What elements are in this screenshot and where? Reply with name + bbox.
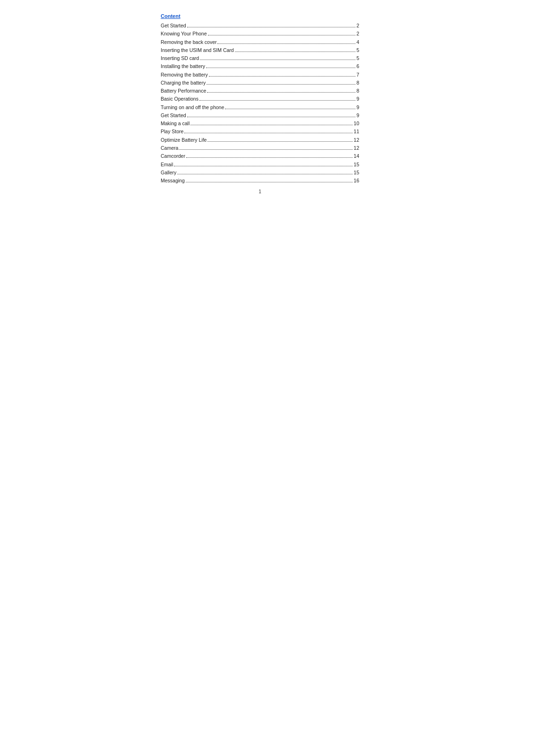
toc-entry-dots <box>190 125 353 125</box>
toc-entry-page: 2 <box>356 22 359 29</box>
toc-entry[interactable]: Inserting SD card5 <box>161 54 359 62</box>
toc-entry-page: 9 <box>356 103 359 111</box>
toc-entry-page: 4 <box>356 38 359 46</box>
toc-entry-dots <box>186 182 353 182</box>
toc-entry[interactable]: Optimize Battery Life12 <box>161 136 359 144</box>
toc-entry[interactable]: Messaging16 <box>161 177 359 184</box>
toc-entry-label: Gallery <box>161 169 176 176</box>
toc-entry-label: Battery Performance <box>161 87 206 94</box>
toc-entry-page: 6 <box>356 62 359 70</box>
toc-entry-page: 9 <box>356 112 359 119</box>
toc-entry-page: 2 <box>356 30 359 37</box>
toc-entry-page: 7 <box>356 71 359 78</box>
page-number: 1 <box>161 189 359 194</box>
toc-entries-container: Get Started2Knowing Your Phone2Removing … <box>161 22 359 184</box>
toc-entry-label: Basic Operations <box>161 95 198 103</box>
toc-entry-page: 8 <box>356 79 359 86</box>
toc-entry-label: Knowing Your Phone <box>161 30 207 37</box>
toc-entry[interactable]: Get Started9 <box>161 112 359 119</box>
toc-entry-dots <box>187 27 355 27</box>
toc-entry[interactable]: Installing the battery6 <box>161 62 359 70</box>
toc-entry-label: Inserting SD card <box>161 54 199 62</box>
toc-entry-label: Installing the battery <box>161 62 205 70</box>
toc-entry-dots <box>177 174 353 174</box>
toc-entry-page: 5 <box>356 54 359 62</box>
toc-entry-dots <box>206 68 355 68</box>
toc-entry-label: Messaging <box>161 177 185 184</box>
toc-entry-label: Charging the battery <box>161 79 206 86</box>
toc-entry-label: Inserting the USIM and SIM Card <box>161 46 234 54</box>
toc-entry-label: Camera <box>161 144 178 152</box>
toc-entry-label: Get Started <box>161 112 186 119</box>
toc-entry[interactable]: Removing the back cover4 <box>161 38 359 46</box>
toc-entry-label: Get Started <box>161 22 186 29</box>
toc-entry-dots <box>225 109 355 109</box>
toc-entry-page: 14 <box>354 152 359 160</box>
toc-entry[interactable]: Basic Operations9 <box>161 95 359 103</box>
toc-entry-dots <box>186 157 353 158</box>
toc-entry-dots <box>184 133 353 133</box>
toc-entry-label: Email <box>161 161 173 168</box>
toc-entry-label: Camcorder <box>161 152 185 160</box>
toc-entry-dots <box>207 84 355 85</box>
toc-entry-dots <box>187 117 355 117</box>
toc-entry-page: 11 <box>354 128 359 135</box>
toc-entry-dots <box>207 141 353 142</box>
toc-entry-dots <box>207 92 355 93</box>
toc-entry-label: Optimize Battery Life <box>161 136 207 144</box>
toc-entry-dots <box>217 43 355 44</box>
toc-entry-label: Removing the back cover <box>161 38 216 46</box>
toc-entry-label: Making a call <box>161 120 190 127</box>
toc-entry[interactable]: Get Started2 <box>161 22 359 29</box>
toc-entry-page: 16 <box>354 177 359 184</box>
toc-entry-label: Removing the battery <box>161 71 208 78</box>
toc-entry[interactable]: Making a call10 <box>161 120 359 127</box>
toc-entry-dots <box>235 52 356 52</box>
toc-entry-page: 10 <box>354 120 359 127</box>
toc-entry[interactable]: Email15 <box>161 161 359 168</box>
toc-entry-dots <box>208 35 356 35</box>
toc-entry-dots <box>199 100 355 101</box>
toc-entry-dots <box>179 149 353 150</box>
toc-entry[interactable]: Inserting the USIM and SIM Card5 <box>161 46 359 54</box>
toc-entry-dots <box>209 76 355 77</box>
toc-entry-page: 15 <box>354 161 359 168</box>
toc-entry[interactable]: Removing the battery7 <box>161 71 359 78</box>
toc-entry[interactable]: Camera12 <box>161 144 359 152</box>
toc-entry-page: 9 <box>356 95 359 103</box>
toc-entry[interactable]: Charging the battery8 <box>161 79 359 86</box>
toc-entry-page: 5 <box>356 46 359 54</box>
toc-entry[interactable]: Turning on and off the phone9 <box>161 103 359 111</box>
toc-entry-dots <box>174 166 353 166</box>
toc-entry[interactable]: Play Store11 <box>161 128 359 135</box>
page-container: Content Get Started2Knowing Your Phone2R… <box>0 0 535 756</box>
toc-entry-label: Play Store <box>161 128 183 135</box>
toc-entry-page: 15 <box>354 169 359 176</box>
toc-entry[interactable]: Knowing Your Phone2 <box>161 30 359 37</box>
toc-entry[interactable]: Battery Performance8 <box>161 87 359 94</box>
toc-entry[interactable]: Gallery15 <box>161 169 359 176</box>
toc-entry-dots <box>200 60 355 60</box>
toc-title[interactable]: Content <box>161 13 359 19</box>
toc-entry-page: 12 <box>354 136 359 144</box>
toc-entry-page: 12 <box>354 144 359 152</box>
toc-entry-page: 8 <box>356 87 359 94</box>
toc-entry-label: Turning on and off the phone <box>161 103 224 111</box>
toc-entry[interactable]: Camcorder14 <box>161 152 359 160</box>
toc-container: Content Get Started2Knowing Your Phone2R… <box>161 13 359 194</box>
